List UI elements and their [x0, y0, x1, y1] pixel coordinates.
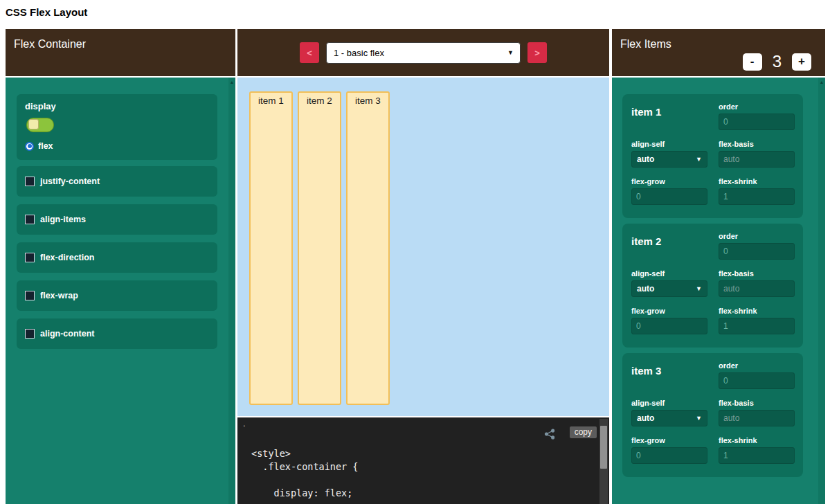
card-row: flex-grow flex-shrink	[631, 177, 795, 205]
flex-grow-input[interactable]	[631, 188, 707, 205]
flex-grow-field-group: flex-grow	[631, 177, 707, 205]
order-input[interactable]	[719, 243, 795, 260]
align-content-checkbox[interactable]	[25, 329, 35, 339]
item-card-title: item 1	[631, 102, 707, 130]
toggle-knob	[28, 119, 39, 129]
order-label: order	[719, 361, 795, 370]
flex-items-panel: Flex Items - 3 + item 1 order align-self…	[612, 29, 825, 504]
code-line: display: flex;	[251, 487, 358, 500]
code-scrollbar[interactable]	[599, 419, 608, 504]
flex-basis-field-group: flex-basis	[719, 269, 795, 297]
flex-shrink-field-group: flex-shrink	[719, 177, 795, 205]
order-field-group: order	[719, 361, 795, 389]
preview-header: < 1 - basic flex ▼ >	[237, 29, 609, 76]
example-select[interactable]: 1 - basic flex ▼	[326, 42, 521, 64]
flex-grow-field-group: flex-grow	[631, 307, 707, 334]
card-row: align-self auto ▼ flex-basis	[631, 140, 795, 168]
align-self-select[interactable]: auto ▼	[631, 280, 707, 297]
card-row: align-self auto ▼ flex-basis	[631, 269, 795, 297]
flex-shrink-label: flex-shrink	[719, 307, 795, 315]
flex-items-body: item 1 order align-self auto ▼ flex-basi…	[612, 78, 825, 504]
order-input[interactable]	[719, 114, 795, 130]
item-count: 3	[773, 52, 782, 71]
item-count-controls: - 3 +	[743, 52, 811, 71]
align-self-value: auto	[637, 413, 654, 423]
flex-radio[interactable]	[25, 142, 34, 151]
option-card-align-items: align-items	[17, 204, 217, 235]
remove-item-button[interactable]: -	[743, 53, 762, 71]
item-card-2: item 2 order align-self auto ▼ flex-basi…	[622, 224, 803, 348]
display-card: display flex	[17, 94, 217, 160]
flex-shrink-field-group: flex-shrink	[719, 436, 795, 464]
page-title: CSS Flex Layout	[6, 6, 87, 18]
flex-direction-label: flex-direction	[40, 253, 95, 262]
code-line	[251, 474, 358, 487]
next-example-button[interactable]: >	[527, 42, 547, 63]
flex-shrink-input[interactable]	[719, 447, 795, 464]
order-label: order	[719, 102, 795, 111]
flex-shrink-input[interactable]	[719, 318, 795, 334]
right-panel-scrollbar[interactable]: ▲	[818, 78, 825, 504]
flex-wrap-checkbox[interactable]	[25, 291, 35, 300]
flex-direction-checkbox[interactable]	[25, 253, 35, 262]
code-block: <style> .flex-container { display: flex;	[251, 447, 358, 500]
add-item-button[interactable]: +	[792, 53, 811, 71]
copy-button[interactable]: copy	[570, 426, 597, 438]
prev-example-button[interactable]: <	[300, 42, 319, 63]
order-label: order	[719, 232, 795, 240]
align-self-label: align-self	[631, 140, 707, 148]
card-row: flex-grow flex-shrink	[631, 436, 795, 464]
flex-basis-label: flex-basis	[719, 269, 795, 278]
flex-items-title: Flex Items	[620, 38, 671, 51]
flex-grow-label: flex-grow	[631, 436, 707, 444]
code-scrollbar-thumb[interactable]	[600, 426, 607, 469]
align-items-label: align-items	[40, 215, 86, 224]
scroll-up-icon[interactable]: ▲	[818, 78, 825, 87]
align-self-field-group: align-self auto ▼	[631, 140, 707, 168]
flex-radio-row: flex	[25, 141, 209, 151]
flex-grow-input[interactable]	[631, 318, 707, 334]
flex-shrink-label: flex-shrink	[719, 436, 795, 444]
flex-container-body: display flex justify-content align-items…	[6, 78, 235, 504]
align-self-label: align-self	[631, 399, 707, 407]
align-self-select[interactable]: auto ▼	[631, 151, 707, 168]
item-card-title: item 2	[631, 232, 707, 260]
order-input[interactable]	[719, 372, 795, 389]
align-items-checkbox[interactable]	[25, 215, 35, 224]
flex-grow-field-group: flex-grow	[631, 436, 707, 464]
chevron-down-icon: ▼	[507, 49, 514, 56]
flex-shrink-input[interactable]	[719, 188, 795, 205]
align-self-field-group: align-self auto ▼	[631, 399, 707, 426]
align-self-value: auto	[637, 154, 654, 164]
chevron-down-icon: ▼	[696, 285, 702, 292]
chevron-down-icon: ▼	[696, 156, 702, 163]
flex-container-header: Flex Container	[6, 29, 235, 76]
flex-basis-input[interactable]	[719, 280, 795, 297]
flex-basis-label: flex-basis	[719, 399, 795, 407]
left-panel-scrollbar[interactable]: ▲	[228, 78, 235, 504]
align-content-label: align-content	[40, 329, 94, 339]
flex-basis-input[interactable]	[719, 151, 795, 168]
flex-basis-input[interactable]	[719, 410, 795, 426]
chevron-down-icon: ▼	[696, 415, 702, 422]
align-self-select[interactable]: auto ▼	[631, 410, 707, 426]
flex-container-title: Flex Container	[14, 38, 86, 51]
share-icon[interactable]	[544, 429, 555, 440]
flex-wrap-label: flex-wrap	[40, 291, 78, 300]
code-line: <style>	[251, 447, 358, 460]
display-toggle[interactable]	[26, 118, 54, 132]
justify-content-checkbox[interactable]	[25, 177, 35, 186]
card-row: item 1 order	[631, 102, 795, 130]
align-self-value: auto	[637, 284, 654, 294]
item-card-title: item 3	[631, 361, 707, 389]
flex-grow-label: flex-grow	[631, 177, 707, 186]
card-row: item 3 order	[631, 361, 795, 389]
flex-shrink-label: flex-shrink	[719, 177, 795, 186]
option-card-flex-wrap: flex-wrap	[17, 280, 217, 311]
flex-item: item 2	[298, 91, 341, 405]
scroll-up-icon[interactable]: ▲	[228, 78, 235, 87]
flex-grow-input[interactable]	[631, 447, 707, 464]
flex-shrink-field-group: flex-shrink	[719, 307, 795, 334]
item-card-3: item 3 order align-self auto ▼ flex-basi…	[622, 353, 803, 477]
code-line: .flex-container {	[251, 460, 358, 474]
